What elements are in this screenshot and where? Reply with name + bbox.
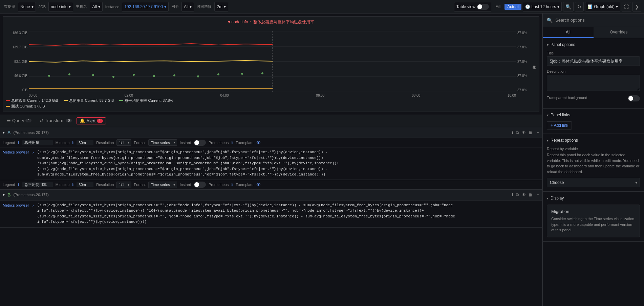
query-a-eye-icon[interactable]: 👁	[522, 130, 526, 135]
legend-color-0	[6, 100, 10, 101]
panel-options-header[interactable]: ▾ Panel options	[547, 42, 640, 47]
x-label-0: 00:00	[29, 94, 37, 97]
exemplars-icon-b[interactable]: 👁	[256, 182, 261, 187]
time-range-picker[interactable]: 🕐 Last 12 hours ▾	[523, 2, 562, 11]
query-b-delete-icon[interactable]: 🗑	[529, 192, 533, 197]
query-b-eye-icon[interactable]: 👁	[522, 192, 526, 197]
tab-alert[interactable]: 🔔 Alert 1	[77, 117, 106, 124]
search-options-label[interactable]: Search options	[555, 18, 585, 23]
format-chevron-a[interactable]: ▾	[172, 140, 177, 145]
metrics-browser-chevron-a[interactable]: ›	[32, 147, 35, 158]
min-step-info-icon-a: ℹ	[72, 140, 74, 145]
legend-info-icon-a: ℹ	[18, 140, 20, 145]
query-b-expression[interactable]: (sum(avg(node_filesystem_size_bytes{orig…	[35, 201, 542, 227]
zoom-out-button[interactable]: 🔍	[563, 2, 574, 11]
tab-query[interactable]: ☰ Query 4	[3, 117, 36, 125]
table-view-switch[interactable]	[477, 4, 489, 10]
transform-count-badge: 0	[66, 119, 72, 122]
format-value-a: Time series	[149, 140, 172, 145]
panel-links-header[interactable]: ▾ Panel links	[547, 113, 640, 117]
query-a-info-icon[interactable]: ℹ	[512, 130, 513, 135]
metrics-browser-chevron-b[interactable]: ›	[32, 201, 35, 211]
x-label-3: 06:00	[316, 94, 324, 97]
query-section: ▾ A (Prometheus-20-177) ℹ ⧉ 👁 🗑 ⋯ Legend…	[0, 127, 542, 306]
legend-color-3	[6, 106, 10, 107]
description-field-textarea[interactable]	[547, 75, 640, 91]
min-step-input-b[interactable]	[77, 182, 93, 187]
transparent-bg-label: Transparent background	[547, 96, 587, 100]
resolution-chevron-a[interactable]: ▾	[126, 140, 131, 145]
query-a-menu-icon[interactable]: ⋯	[535, 130, 539, 135]
query-b-menu-icon[interactable]: ⋯	[535, 192, 539, 197]
query-b-copy-icon[interactable]: ⧉	[516, 192, 519, 197]
min-step-label-a: Min step	[56, 141, 70, 145]
job-label: JOB	[37, 5, 47, 9]
instance-select[interactable]: 192.168.20.177:9100 ▾	[122, 2, 168, 11]
hostname-select[interactable]: All ▾	[90, 2, 102, 11]
query-a-expression[interactable]: (sum(avg(node_filesystem_size_bytes{orig…	[35, 147, 542, 180]
y-label-0: 186.3 GiB	[13, 31, 27, 35]
table-view-toggle[interactable]: Table view	[454, 2, 491, 11]
query-a-copy-icon[interactable]: ⧉	[516, 130, 519, 135]
instant-toggle-a[interactable]	[194, 140, 206, 146]
y-label-3: 46.6 GiB	[14, 74, 27, 78]
chart-heart-icon: ♥ node info：	[228, 20, 252, 24]
prometheus-info-icon-b: ℹ	[231, 182, 233, 187]
legend-item-0: 总磁盘量 Current: 142.0 GiB	[6, 98, 58, 103]
exemplars-label-a: Exemplars	[236, 141, 253, 145]
nic-select[interactable]: All ▾	[181, 2, 194, 11]
repeat-options-header[interactable]: ▾ Repeat options	[547, 138, 640, 143]
exemplars-icon-a[interactable]: 👁	[256, 140, 261, 145]
legend-input-b[interactable]	[22, 182, 53, 187]
metrics-browser-link-b[interactable]: Metrics browser	[0, 201, 32, 210]
job-select[interactable]: node info ▾	[48, 2, 73, 11]
format-chevron-b[interactable]: ▾	[172, 182, 177, 188]
y-label-2: 93.1 GiB	[14, 60, 27, 64]
tab-transform[interactable]: ⇄ Transform 0	[36, 117, 76, 125]
query-a-delete-icon[interactable]: 🗑	[529, 130, 533, 135]
tab-all[interactable]: All	[543, 27, 594, 38]
repeat-options-chevron: ▾	[547, 139, 549, 142]
legend-label-2: 总平均使用率 Current: 37.8%	[125, 98, 173, 103]
legend-input-a[interactable]	[22, 140, 53, 145]
transparent-bg-toggle[interactable]	[628, 95, 640, 101]
panel-expand-button[interactable]: ⛶	[622, 2, 631, 11]
resolution-chevron-b[interactable]: ▾	[126, 182, 131, 188]
panel-chevron-button[interactable]: ❯	[632, 2, 641, 11]
query-b-info-icon[interactable]: ℹ	[512, 192, 513, 197]
datasource-select[interactable]: None ▾	[18, 2, 36, 11]
legend-label-0: 总磁盘量 Current: 142.0 GiB	[11, 98, 58, 103]
time-select[interactable]: 2m ▾	[214, 2, 228, 11]
legend-label-b: Legend	[3, 183, 15, 187]
repeat-options-section: ▾ Repeat options Repeat by variable Repe…	[543, 134, 644, 192]
query-a-settings: Legend ℹ Min step ℹ Resolution 1/1 ▾ For…	[0, 138, 542, 147]
query-b-source: (Prometheus-20-177)	[13, 193, 49, 197]
panel-links-chevron: ▾	[547, 113, 549, 117]
legend-label-a: Legend	[3, 141, 15, 145]
format-label-b: Format	[134, 183, 146, 187]
title-field-input[interactable]	[547, 56, 640, 66]
chart-svg	[29, 31, 516, 92]
panel-links-label: Panel links	[551, 113, 570, 117]
metrics-browser-link-a[interactable]: Metrics browser	[0, 147, 32, 157]
display-header[interactable]: ▾ Display	[547, 196, 640, 201]
x-label-5: 10:00	[508, 94, 516, 97]
actual-button[interactable]: Actual	[505, 4, 521, 10]
repeat-select[interactable]: Choose	[547, 178, 640, 187]
svg-point-12	[197, 75, 199, 77]
exemplars-label-b: Exemplars	[236, 183, 253, 187]
fill-button[interactable]: Fill	[493, 4, 503, 10]
min-step-input-a[interactable]	[77, 140, 93, 145]
instant-toggle-b[interactable]	[194, 182, 206, 188]
query-b-letter: B	[7, 192, 10, 197]
query-b-expression-row: Metrics browser › (sum(avg(node_filesyst…	[0, 201, 542, 228]
query-a-header: ▾ A (Prometheus-20-177) ℹ ⧉ 👁 🗑 ⋯	[0, 127, 542, 138]
svg-point-11	[173, 74, 175, 76]
legend-label-3: 测试 Current: 37.8 B	[11, 104, 45, 109]
tab-overrides[interactable]: Overrides	[594, 27, 644, 38]
panel-type-select[interactable]: 📊 Graph (old) ▾	[585, 2, 620, 11]
query-a-expression-row: Metrics browser › (sum(avg(node_filesyst…	[0, 147, 542, 180]
refresh-button[interactable]: ↻	[575, 2, 584, 11]
add-link-button[interactable]: + Add link	[547, 121, 572, 130]
y-label-4: 0 B	[22, 88, 27, 92]
